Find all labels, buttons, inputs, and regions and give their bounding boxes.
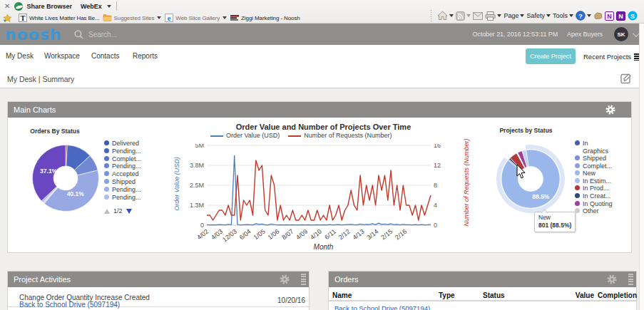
- legend-item[interactable]: Other: [575, 207, 613, 215]
- read-mail-button[interactable]: [473, 12, 483, 20]
- page-up-icon[interactable]: [104, 209, 110, 214]
- nav-contacts[interactable]: Contacts: [91, 52, 119, 60]
- line-legend-item[interactable]: Order Value (USD): [210, 132, 280, 139]
- bookmark-web-slice[interactable]: e Web Slice Gallery: [164, 14, 227, 23]
- legend-label: In Estim...: [583, 177, 611, 185]
- research-button[interactable]: [593, 11, 603, 20]
- edit-page-icon[interactable]: [620, 73, 632, 87]
- chart-tooltip: New 801 (88.5%): [534, 212, 576, 232]
- col-value[interactable]: Value: [571, 291, 594, 299]
- main-charts-header[interactable]: Main Charts: [8, 102, 631, 118]
- line-legend-item[interactable]: Number of Requests (Number): [288, 132, 392, 139]
- slice-percent-label: 40.1%: [67, 190, 85, 197]
- legend-item[interactable]: Pending...: [104, 162, 141, 170]
- safety-menu[interactable]: Safety: [526, 12, 551, 19]
- legend-dot-icon: [104, 148, 109, 153]
- series-num-requests: [207, 160, 431, 220]
- page-dropdown-icon: [520, 14, 524, 17]
- share-browser-label[interactable]: Share Browser: [26, 3, 72, 10]
- legend-item[interactable]: Accepted: [104, 170, 141, 178]
- webex-dropdown-icon[interactable]: [107, 5, 111, 8]
- orders-header[interactable]: Orders: [329, 272, 636, 287]
- nav-workspace[interactable]: Workspace: [44, 52, 80, 60]
- legend-item[interactable]: Complet...: [104, 155, 141, 163]
- ie-favicon: e: [164, 14, 173, 23]
- nav-my-desk[interactable]: My Desk: [6, 52, 34, 60]
- tooltip-label: New: [538, 214, 571, 222]
- help-dropdown-icon[interactable]: [587, 14, 591, 17]
- tools-menu[interactable]: Tools: [553, 12, 573, 19]
- header-account[interactable]: Apex Buyers: [567, 31, 603, 38]
- col-completion[interactable]: Completion: [598, 291, 637, 299]
- legend-line-sample: [288, 135, 301, 137]
- gear-icon[interactable]: [605, 104, 616, 117]
- main-charts-body: Orders By Status 40.1%37.1% DeliveredPen…: [8, 118, 631, 252]
- x-tick: 4/09: [295, 228, 309, 242]
- y-right-tick: 8: [434, 182, 437, 189]
- onenote-send-button[interactable]: N: [605, 11, 614, 21]
- projects-by-status-title: Projects by Status: [479, 127, 573, 134]
- legend-item[interactable]: Shipped: [575, 155, 613, 162]
- drag-grip-icon[interactable]: [301, 274, 306, 285]
- create-project-button[interactable]: Create Project: [526, 48, 576, 64]
- y-left-tick: 3.8M: [190, 162, 204, 169]
- webex-brand-label: WebEx: [81, 3, 102, 10]
- favorites-star-icon[interactable]: [3, 14, 12, 23]
- legend-item[interactable]: Complet...: [575, 162, 613, 170]
- line-chart-plot[interactable]: 001.3M42.5M83.8M125M164/024/0312/036/041…: [179, 144, 450, 251]
- legend-item[interactable]: In Graphics: [575, 140, 613, 155]
- breadcrumb: My Desk | Summary: [7, 75, 74, 83]
- nav-reports[interactable]: Reports: [133, 52, 158, 60]
- activity-project-link[interactable]: Back to School Drive (5097194): [19, 301, 120, 309]
- feeds-dropdown-icon[interactable]: [466, 14, 471, 17]
- home-button[interactable]: [437, 11, 454, 21]
- col-status[interactable]: Status: [483, 291, 505, 299]
- projects-by-status-donut[interactable]: 88.5%: [489, 138, 572, 220]
- dropdown-icon: [157, 16, 161, 19]
- print-button[interactable]: [485, 11, 501, 21]
- browser-scrollbar[interactable]: [639, 24, 644, 310]
- bookmark-suggested-sites[interactable]: Suggested Sites: [103, 14, 162, 23]
- page-menu[interactable]: Page: [504, 12, 524, 19]
- legend-item[interactable]: Pending...: [104, 148, 141, 155]
- col-name[interactable]: Name: [332, 291, 352, 299]
- help-button[interactable]: ?: [576, 11, 591, 21]
- recent-projects-button[interactable]: Recent Projects: [583, 53, 641, 61]
- legend-item[interactable]: Pending...: [104, 194, 141, 202]
- avatar[interactable]: SK: [614, 27, 628, 41]
- suggested-sites-icon: [103, 14, 112, 23]
- col-type[interactable]: Type: [439, 291, 455, 299]
- project-activities-header[interactable]: Project Activities: [8, 272, 309, 287]
- skype-button[interactable]: S: [628, 11, 638, 21]
- search-input[interactable]: Search...: [74, 24, 117, 45]
- order-row-link[interactable]: Back to School Drive (5097194): [334, 304, 430, 310]
- page-down-icon[interactable]: [126, 209, 132, 214]
- legend-label: Other: [583, 207, 599, 215]
- home-dropdown-icon[interactable]: [449, 14, 454, 17]
- x-tick: 1/06: [267, 228, 281, 242]
- svg-text:N: N: [607, 13, 612, 20]
- close-icon[interactable]: ✕: [4, 2, 10, 10]
- legend-item[interactable]: In Estim...: [575, 177, 613, 185]
- legend-item[interactable]: New: [575, 170, 613, 177]
- legend-item[interactable]: Pending...: [104, 186, 141, 194]
- noosh-logo[interactable]: noosh: [5, 26, 62, 43]
- bookmark-white-lives[interactable]: T White Lives Matter Has Be...: [18, 14, 100, 23]
- search-placeholder: Search...: [88, 31, 117, 38]
- print-dropdown-icon[interactable]: [497, 14, 501, 17]
- legend-item[interactable]: Shipped: [104, 178, 141, 186]
- drag-grip-icon[interactable]: [628, 274, 633, 285]
- gear-icon[interactable]: [279, 274, 290, 286]
- feeds-button[interactable]: [456, 11, 471, 21]
- gear-icon[interactable]: [606, 274, 618, 286]
- bookmark-label: Suggested Sites: [114, 15, 155, 21]
- legend-item[interactable]: In Quoting: [575, 200, 613, 208]
- y-left-tick: 5M: [195, 144, 204, 149]
- legend-item[interactable]: Delivered: [104, 140, 141, 148]
- onenote-linked-button[interactable]: N: [616, 11, 625, 21]
- legend-label: Pending...: [112, 194, 141, 201]
- bookmark-ziggi[interactable]: Ziggi Marketing - Noosh: [230, 14, 300, 23]
- legend-item[interactable]: In Prod...: [575, 185, 613, 192]
- orders-by-status-donut[interactable]: 40.1%37.1%: [28, 140, 103, 216]
- legend-item[interactable]: In Creat...: [575, 192, 613, 200]
